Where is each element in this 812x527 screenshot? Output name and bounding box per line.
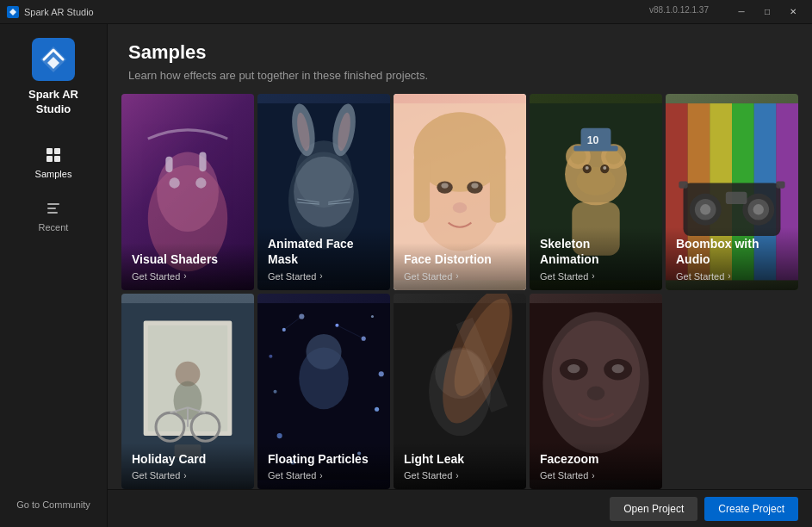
holiday-card-link[interactable]: Get Started › <box>132 470 244 480</box>
card-boombox-with-audio[interactable]: Boombox with Audio Get Started › <box>666 94 798 290</box>
main-content: Samples Learn how effects are put togeth… <box>108 24 812 527</box>
card-face-distortion[interactable]: Face Distortion Get Started › <box>394 94 526 290</box>
visual-shaders-content: Visual Shaders Get Started › <box>121 243 254 289</box>
svg-point-88 <box>362 336 366 340</box>
animated-face-mask-content: Animated Face Mask Get Started › <box>257 227 390 289</box>
app-container: Spark AR Studio Samples <box>0 24 812 527</box>
facezoom-content: Facezoom Get Started › <box>530 443 662 489</box>
samples-icon <box>45 146 62 164</box>
card-facezoom[interactable]: Facezoom Get Started › <box>530 294 662 490</box>
svg-point-64 <box>700 204 710 214</box>
svg-rect-5 <box>54 156 60 162</box>
card-skeleton-animation[interactable]: 10 Skeleton Animation Get Started › <box>530 94 662 290</box>
ll-arrow-icon: › <box>456 471 458 480</box>
samples-grid: Visual Shaders Get Started › <box>108 94 812 489</box>
svg-point-37 <box>471 183 478 188</box>
holiday-card-title: Holiday Card <box>132 451 244 467</box>
facezoom-title: Facezoom <box>540 451 652 467</box>
svg-point-36 <box>441 183 448 188</box>
svg-point-113 <box>611 363 623 372</box>
visual-shaders-title: Visual Shaders <box>132 251 244 267</box>
logo-area: Spark AR Studio <box>28 38 78 117</box>
vs-arrow-icon: › <box>183 271 186 281</box>
svg-rect-32 <box>414 152 430 223</box>
hc-arrow-icon: › <box>183 471 186 480</box>
minimize-button[interactable]: ─ <box>729 3 753 22</box>
content-header: Samples Learn how effects are put togeth… <box>108 24 812 94</box>
visual-shaders-link[interactable]: Get Started › <box>132 271 244 282</box>
recent-label: Recent <box>39 222 69 232</box>
svg-point-85 <box>282 327 286 331</box>
svg-rect-14 <box>199 152 206 172</box>
svg-point-90 <box>269 354 272 357</box>
face-distortion-title: Face Distortion <box>404 251 516 267</box>
svg-rect-13 <box>165 157 172 172</box>
svg-text:10: 10 <box>587 134 599 146</box>
animated-face-mask-title: Animated Face Mask <box>268 236 380 267</box>
open-project-button[interactable]: Open Project <box>610 497 697 521</box>
card-light-leak[interactable]: Light Leak Get Started › <box>394 294 526 490</box>
svg-rect-8 <box>47 212 58 214</box>
svg-rect-70 <box>776 181 784 188</box>
sidebar-item-recent[interactable]: Recent <box>0 191 107 241</box>
page-subtitle: Learn how effects are put together in th… <box>128 69 791 82</box>
skeleton-animation-link[interactable]: Get Started › <box>540 271 652 282</box>
svg-rect-7 <box>47 208 56 209</box>
app-icon <box>7 6 19 18</box>
svg-rect-4 <box>46 156 53 162</box>
svg-rect-69 <box>679 181 687 188</box>
card-floating-particles[interactable]: Floating Particles Get Started › <box>257 294 390 490</box>
logo-text: Spark AR Studio <box>28 88 78 117</box>
svg-point-89 <box>371 314 374 317</box>
title-bar-left: Spark AR Studio <box>7 6 94 18</box>
svg-point-114 <box>587 386 605 400</box>
go-to-community-link[interactable]: Go to Community <box>9 493 97 517</box>
skeleton-animation-title: Skeleton Animation <box>540 236 652 267</box>
card-visual-shaders[interactable]: Visual Shaders Get Started › <box>121 94 254 290</box>
animated-face-mask-link[interactable]: Get Started › <box>268 271 380 282</box>
maximize-button[interactable]: □ <box>755 3 779 22</box>
app-title: Spark AR Studio <box>24 7 94 17</box>
floating-particles-link[interactable]: Get Started › <box>268 470 380 480</box>
svg-point-94 <box>277 433 282 438</box>
recent-icon <box>45 200 62 217</box>
light-leak-link[interactable]: Get Started › <box>404 470 516 480</box>
svg-point-38 <box>453 202 467 213</box>
footer-bar: Open Project Create Project <box>108 489 812 527</box>
sidebar-item-samples[interactable]: Samples <box>0 138 107 188</box>
face-distortion-link[interactable]: Get Started › <box>404 271 516 282</box>
light-leak-content: Light Leak Get Started › <box>394 443 526 489</box>
create-project-button[interactable]: Create Project <box>704 497 798 521</box>
svg-point-22 <box>294 157 354 227</box>
version-info: v88.1.0.12.1.37 <box>649 5 709 15</box>
svg-point-11 <box>169 177 179 188</box>
boombox-with-audio-content: Boombox with Audio Get Started › <box>666 227 798 289</box>
spark-ar-logo <box>32 38 75 81</box>
title-bar-controls: ─ □ ✕ <box>729 3 805 22</box>
skeleton-animation-content: Skeleton Animation Get Started › <box>530 227 662 289</box>
close-button[interactable]: ✕ <box>781 3 805 22</box>
svg-rect-68 <box>726 192 747 204</box>
sidebar-nav: Samples Recent <box>0 138 107 241</box>
svg-rect-6 <box>47 203 59 205</box>
sidebar-footer: Go to Community <box>0 493 107 527</box>
bb-arrow-icon: › <box>728 271 730 281</box>
facezoom-link[interactable]: Get Started › <box>540 470 652 480</box>
svg-point-112 <box>567 363 580 372</box>
face-distortion-content: Face Distortion Get Started › <box>394 243 526 289</box>
boombox-with-audio-title: Boombox with Audio <box>676 236 788 267</box>
fz-arrow-icon: › <box>592 471 594 480</box>
sidebar: Spark AR Studio Samples <box>0 24 108 527</box>
svg-point-49 <box>603 166 606 170</box>
floating-particles-content: Floating Particles Get Started › <box>257 443 390 489</box>
boombox-with-audio-link[interactable]: Get Started › <box>676 271 788 282</box>
card-holiday-card[interactable]: Holiday Card Get Started › <box>121 294 254 490</box>
svg-rect-33 <box>490 152 505 223</box>
svg-point-67 <box>753 204 764 214</box>
samples-label: Samples <box>35 169 72 179</box>
floating-particles-title: Floating Particles <box>268 451 380 467</box>
svg-point-84 <box>306 334 341 369</box>
card-animated-face-mask[interactable]: Animated Face Mask Get Started › <box>257 94 390 290</box>
fd-arrow-icon: › <box>456 271 458 281</box>
svg-point-48 <box>586 166 589 170</box>
